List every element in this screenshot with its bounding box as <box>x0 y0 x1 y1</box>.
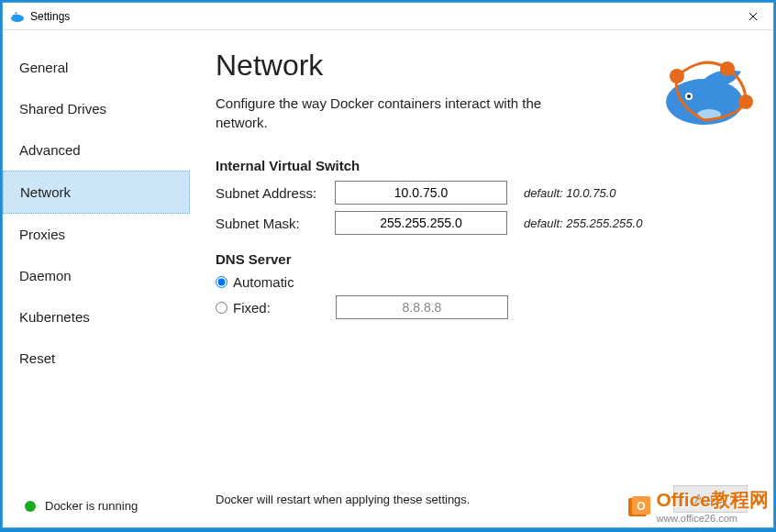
subnet-mask-input[interactable] <box>335 211 507 235</box>
page-subtitle: Configure the way Docker containers inte… <box>216 94 564 132</box>
docker-whale-icon <box>654 49 755 131</box>
sidebar-item-proxies[interactable]: Proxies <box>3 214 190 255</box>
window-title: Settings <box>30 10 732 23</box>
dns-automatic-radio[interactable] <box>216 276 227 288</box>
svg-rect-1 <box>13 15 15 17</box>
dns-fixed-row: Fixed: <box>216 295 748 319</box>
sidebar-item-kubernetes[interactable]: Kubernetes <box>3 296 190 338</box>
svg-rect-4 <box>16 12 17 14</box>
subnet-mask-label: Subnet Mask: <box>216 216 335 231</box>
docker-icon <box>10 9 25 24</box>
sidebar-item-general[interactable]: General <box>3 47 190 88</box>
subnet-address-default: default: 10.0.75.0 <box>524 186 615 200</box>
dns-fixed-input[interactable] <box>336 295 508 319</box>
footer-row: Docker will restart when applying these … <box>216 485 748 513</box>
subnet-mask-default: default: 255.255.255.0 <box>524 216 642 230</box>
apply-button[interactable]: Apply <box>673 485 748 513</box>
ivs-header: Internal Virtual Switch <box>216 158 748 173</box>
svg-rect-2 <box>16 15 17 17</box>
subnet-address-row: Subnet Address: default: 10.0.75.0 <box>216 181 748 205</box>
svg-rect-3 <box>17 15 19 17</box>
restart-note: Docker will restart when applying these … <box>216 493 673 506</box>
dns-automatic-label: Automatic <box>233 274 336 290</box>
sidebar-item-shared-drives[interactable]: Shared Drives <box>3 88 190 129</box>
main-panel: Network Configure the way Docker contain… <box>190 30 773 527</box>
window-body: General Shared Drives Advanced Network P… <box>3 30 773 527</box>
close-button[interactable] <box>732 3 773 29</box>
dns-header: DNS Server <box>216 251 748 267</box>
sidebar-item-advanced[interactable]: Advanced <box>3 129 190 171</box>
status-row: Docker is running <box>3 486 190 527</box>
svg-point-7 <box>687 94 691 98</box>
sidebar-item-daemon[interactable]: Daemon <box>3 255 190 296</box>
dns-fixed-label: Fixed: <box>233 300 336 316</box>
subnet-address-label: Subnet Address: <box>216 185 335 201</box>
settings-window: Settings General Shared Drives Advanced … <box>2 2 774 528</box>
subnet-address-input[interactable] <box>335 181 507 205</box>
subnet-mask-row: Subnet Mask: default: 255.255.255.0 <box>216 211 748 235</box>
status-indicator-icon <box>25 501 36 512</box>
dns-fixed-radio[interactable] <box>216 302 227 314</box>
sidebar: General Shared Drives Advanced Network P… <box>3 30 190 527</box>
sidebar-item-network[interactable]: Network <box>3 171 190 214</box>
close-icon <box>748 12 758 21</box>
dns-automatic-row: Automatic <box>216 274 748 290</box>
status-text: Docker is running <box>45 499 138 513</box>
titlebar: Settings <box>3 3 773 30</box>
sidebar-item-reset[interactable]: Reset <box>3 338 190 379</box>
